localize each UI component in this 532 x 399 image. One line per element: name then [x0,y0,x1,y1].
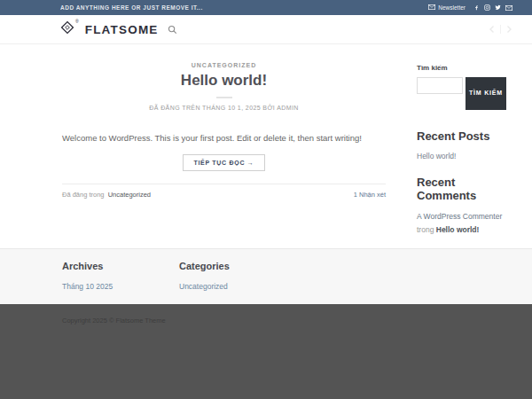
header-search-icon[interactable] [168,25,177,35]
archive-month-link[interactable]: Tháng 10 2025 [62,282,113,291]
search-widget: TÌM KIẾM [417,77,512,110]
registered-mark: ® [75,19,79,24]
posted-in-label: Đã đăng trong [62,191,105,199]
site-header: ® FLATSOME [0,15,532,44]
post-nav-divider [500,25,501,34]
title-divider [216,97,232,98]
site-logo-text: FLATSOME [85,23,159,36]
top-bar: ADD ANYTHING HERE OR JUST REMOVE IT... N… [0,0,532,15]
topbar-right: Newsletter [428,4,512,11]
topbar-message: ADD ANYTHING HERE OR JUST REMOVE IT... [60,4,203,11]
categories-heading: Categories [179,261,296,271]
read-more-button[interactable]: TIẾP TỤC ĐỌC → [183,154,264,171]
comment-post-link[interactable]: Hello world! [436,225,480,234]
comment-author-link[interactable]: A WordPress Commenter [417,212,502,221]
social-icons [473,4,512,11]
newsletter-label: Newsletter [438,4,466,11]
copyright-text: Copyright 2025 © Flatsome Theme [62,317,166,325]
recent-post-link[interactable]: Hello world! [417,152,456,160]
comment-connector: trong [417,225,434,234]
post-excerpt: Welcome to WordPress. This is your first… [62,133,386,145]
recent-comment-item: A WordPress Commenter trong Hello world! [417,210,512,237]
post-navigation [489,25,512,34]
posted-in: Đã đăng trong Uncategorized [62,191,151,199]
newsletter-envelope-icon [428,4,435,11]
instagram-icon[interactable] [484,4,490,11]
facebook-icon[interactable] [473,4,480,11]
newsletter-link[interactable]: Newsletter [428,4,466,11]
recent-posts-heading: Recent Posts [417,129,512,143]
recent-comments-heading: Recent Comments [417,176,512,202]
read-more-row: TIẾP TỤC ĐỌC → [62,153,386,171]
post-article: UNCATEGORIZED Hello world! ĐÃ ĐĂNG TRÊN … [62,44,386,199]
archives-widget: Archives Tháng 10 2025 [62,261,179,304]
post-category-link[interactable]: UNCATEGORIZED [62,62,386,68]
page-body: UNCATEGORIZED Hello world! ĐÃ ĐĂNG TRÊN … [0,44,532,248]
post-meta: ĐÃ ĐĂNG TRÊN THÁNG 10 1, 2025 BỞI ADMIN [62,105,386,111]
footer-widgets: Archives Tháng 10 2025 Categories Uncate… [0,248,532,304]
search-label: Tìm kiếm [417,64,512,72]
posted-in-category-link[interactable]: Uncategorized [108,191,151,199]
site-logo[interactable]: ® FLATSOME [60,20,159,38]
next-post-arrow-icon[interactable] [505,25,512,34]
email-icon[interactable] [505,5,512,11]
flatsome-gem-icon [60,20,74,38]
post-footer-meta: Đã đăng trong Uncategorized 1 Nhận xét [62,184,386,199]
footer-category-link[interactable]: Uncategorized [179,282,228,291]
twitter-icon[interactable] [495,4,501,11]
categories-widget: Categories Uncategorized [179,261,296,304]
comments-count-link[interactable]: 1 Nhận xét [354,191,386,199]
search-submit-button[interactable]: TÌM KIẾM [466,77,506,110]
prev-post-arrow-icon[interactable] [489,25,496,34]
flatsome-blog-page: ADD ANYTHING HERE OR JUST REMOVE IT... N… [0,0,532,399]
archives-heading: Archives [62,261,179,271]
search-input[interactable] [417,77,463,94]
post-title[interactable]: Hello world! [62,72,386,90]
sidebar: Tìm kiếm TÌM KIẾM Recent Posts Hello wor… [417,64,512,237]
copyright-bar: Copyright 2025 © Flatsome Theme [0,304,532,399]
